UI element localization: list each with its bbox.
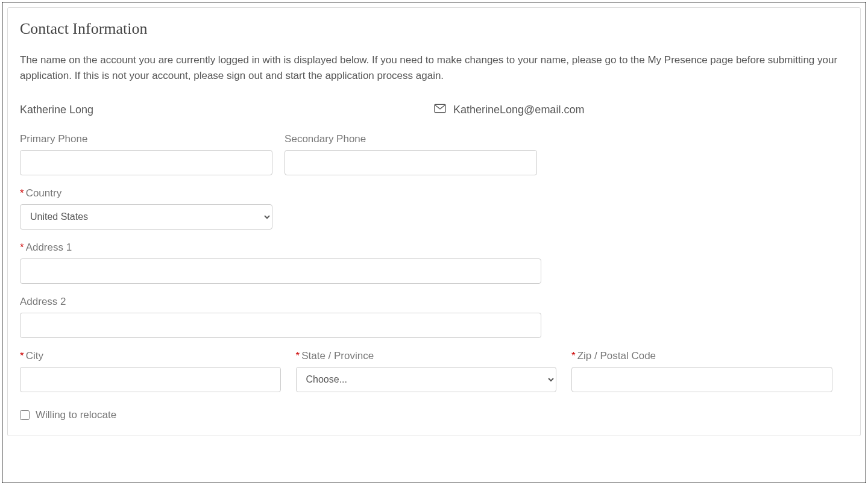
primary-phone-input[interactable]: [20, 150, 272, 175]
contact-information-panel: Contact Information The name on the acco…: [7, 7, 861, 436]
primary-phone-label: Primary Phone: [20, 133, 272, 145]
account-email-block: KatherineLong@email.com: [434, 104, 848, 116]
state-group: *State / Province Choose...: [296, 350, 557, 392]
account-email: KatherineLong@email.com: [453, 104, 584, 116]
state-label-text: State / Province: [301, 350, 374, 361]
relocate-label: Willing to relocate: [36, 409, 116, 421]
address1-group: *Address 1: [20, 242, 541, 284]
section-description: The name on the account you are currentl…: [20, 52, 848, 84]
city-group: *City: [20, 350, 281, 392]
required-asterisk: *: [20, 187, 24, 199]
envelope-icon: [434, 104, 446, 116]
city-input[interactable]: [20, 367, 281, 392]
country-group: *Country United States: [20, 187, 272, 230]
country-label-text: Country: [26, 187, 62, 199]
relocate-row: Willing to relocate: [20, 409, 848, 421]
address2-input[interactable]: [20, 313, 541, 338]
secondary-phone-label: Secondary Phone: [285, 133, 537, 145]
required-asterisk: *: [296, 350, 300, 361]
state-select[interactable]: Choose...: [296, 367, 557, 392]
address1-input[interactable]: [20, 258, 541, 284]
address2-label: Address 2: [20, 296, 541, 308]
zip-input[interactable]: [571, 367, 832, 392]
outer-frame: Contact Information The name on the acco…: [2, 2, 866, 483]
country-label: *Country: [20, 187, 272, 199]
secondary-phone-input[interactable]: [285, 150, 537, 175]
zip-label: *Zip / Postal Code: [571, 350, 832, 362]
address2-group: Address 2: [20, 296, 541, 338]
secondary-phone-group: Secondary Phone: [285, 133, 537, 175]
zip-group: *Zip / Postal Code: [571, 350, 832, 392]
state-label: *State / Province: [296, 350, 557, 362]
required-asterisk: *: [571, 350, 576, 361]
address1-label-text: Address 1: [26, 242, 72, 253]
primary-phone-group: Primary Phone: [20, 133, 272, 175]
address1-label: *Address 1: [20, 242, 541, 254]
city-label-text: City: [26, 350, 43, 361]
section-title: Contact Information: [20, 20, 848, 38]
city-label: *City: [20, 350, 281, 362]
relocate-checkbox[interactable]: [20, 410, 30, 420]
required-asterisk: *: [20, 350, 24, 361]
required-asterisk: *: [20, 242, 24, 253]
zip-label-text: Zip / Postal Code: [577, 350, 656, 361]
identity-row: Katherine Long KatherineLong@email.com: [20, 104, 848, 116]
account-name: Katherine Long: [20, 104, 434, 116]
country-select[interactable]: United States: [20, 204, 272, 230]
